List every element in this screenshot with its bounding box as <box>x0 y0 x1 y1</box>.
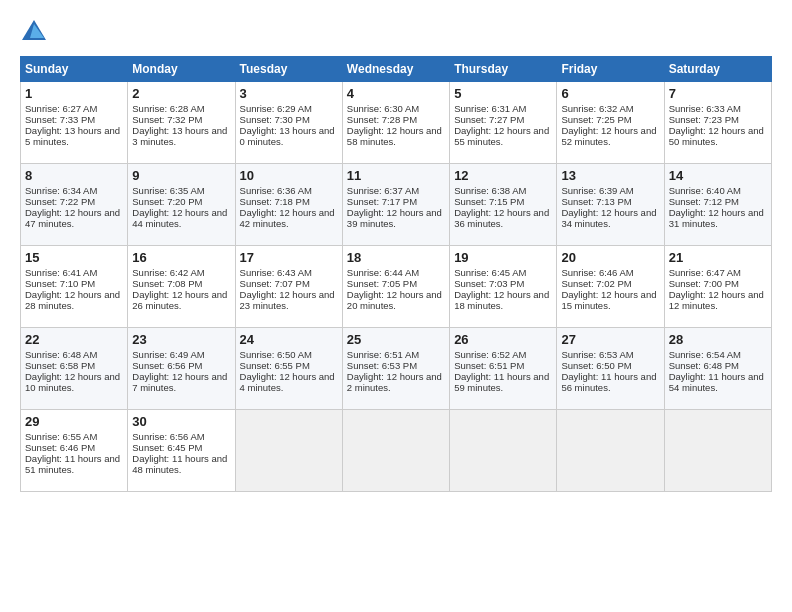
sunset-text: Sunset: 7:15 PM <box>454 196 524 207</box>
calendar-week-row: 22 Sunrise: 6:48 AM Sunset: 6:58 PM Dayl… <box>21 328 772 410</box>
calendar-cell <box>664 410 771 492</box>
sunrise-text: Sunrise: 6:46 AM <box>561 267 633 278</box>
sunrise-text: Sunrise: 6:44 AM <box>347 267 419 278</box>
sunrise-text: Sunrise: 6:48 AM <box>25 349 97 360</box>
weekday-header: Tuesday <box>235 57 342 82</box>
calendar-cell: 4 Sunrise: 6:30 AM Sunset: 7:28 PM Dayli… <box>342 82 449 164</box>
daylight-text: Daylight: 12 hours and 55 minutes. <box>454 125 549 147</box>
daylight-text: Daylight: 12 hours and 2 minutes. <box>347 371 442 393</box>
calendar-cell: 26 Sunrise: 6:52 AM Sunset: 6:51 PM Dayl… <box>450 328 557 410</box>
day-number: 4 <box>347 86 445 101</box>
sunset-text: Sunset: 7:22 PM <box>25 196 95 207</box>
day-number: 26 <box>454 332 552 347</box>
sunset-text: Sunset: 7:12 PM <box>669 196 739 207</box>
weekday-header: Wednesday <box>342 57 449 82</box>
calendar-week-row: 1 Sunrise: 6:27 AM Sunset: 7:33 PM Dayli… <box>21 82 772 164</box>
calendar-cell <box>450 410 557 492</box>
sunset-text: Sunset: 7:03 PM <box>454 278 524 289</box>
sunrise-text: Sunrise: 6:51 AM <box>347 349 419 360</box>
day-number: 16 <box>132 250 230 265</box>
sunrise-text: Sunrise: 6:45 AM <box>454 267 526 278</box>
sunset-text: Sunset: 7:00 PM <box>669 278 739 289</box>
day-number: 6 <box>561 86 659 101</box>
daylight-text: Daylight: 11 hours and 54 minutes. <box>669 371 764 393</box>
daylight-text: Daylight: 12 hours and 36 minutes. <box>454 207 549 229</box>
daylight-text: Daylight: 12 hours and 10 minutes. <box>25 371 120 393</box>
calendar-table: SundayMondayTuesdayWednesdayThursdayFrid… <box>20 56 772 492</box>
sunset-text: Sunset: 6:50 PM <box>561 360 631 371</box>
daylight-text: Daylight: 12 hours and 42 minutes. <box>240 207 335 229</box>
weekday-header: Monday <box>128 57 235 82</box>
sunset-text: Sunset: 6:55 PM <box>240 360 310 371</box>
sunrise-text: Sunrise: 6:29 AM <box>240 103 312 114</box>
header <box>20 18 772 46</box>
day-number: 1 <box>25 86 123 101</box>
sunrise-text: Sunrise: 6:56 AM <box>132 431 204 442</box>
daylight-text: Daylight: 11 hours and 51 minutes. <box>25 453 120 475</box>
daylight-text: Daylight: 11 hours and 56 minutes. <box>561 371 656 393</box>
day-number: 18 <box>347 250 445 265</box>
logo-icon <box>20 18 48 46</box>
daylight-text: Daylight: 12 hours and 39 minutes. <box>347 207 442 229</box>
sunset-text: Sunset: 6:56 PM <box>132 360 202 371</box>
daylight-text: Daylight: 12 hours and 58 minutes. <box>347 125 442 147</box>
sunset-text: Sunset: 6:48 PM <box>669 360 739 371</box>
day-number: 10 <box>240 168 338 183</box>
sunset-text: Sunset: 7:25 PM <box>561 114 631 125</box>
daylight-text: Daylight: 12 hours and 52 minutes. <box>561 125 656 147</box>
day-number: 23 <box>132 332 230 347</box>
calendar-cell: 1 Sunrise: 6:27 AM Sunset: 7:33 PM Dayli… <box>21 82 128 164</box>
sunset-text: Sunset: 7:05 PM <box>347 278 417 289</box>
page: SundayMondayTuesdayWednesdayThursdayFrid… <box>0 0 792 612</box>
calendar-cell: 23 Sunrise: 6:49 AM Sunset: 6:56 PM Dayl… <box>128 328 235 410</box>
daylight-text: Daylight: 13 hours and 5 minutes. <box>25 125 120 147</box>
daylight-text: Daylight: 12 hours and 34 minutes. <box>561 207 656 229</box>
sunrise-text: Sunrise: 6:42 AM <box>132 267 204 278</box>
daylight-text: Daylight: 12 hours and 4 minutes. <box>240 371 335 393</box>
calendar-cell: 16 Sunrise: 6:42 AM Sunset: 7:08 PM Dayl… <box>128 246 235 328</box>
calendar-cell: 22 Sunrise: 6:48 AM Sunset: 6:58 PM Dayl… <box>21 328 128 410</box>
sunset-text: Sunset: 7:28 PM <box>347 114 417 125</box>
calendar-cell: 20 Sunrise: 6:46 AM Sunset: 7:02 PM Dayl… <box>557 246 664 328</box>
calendar-header-row: SundayMondayTuesdayWednesdayThursdayFrid… <box>21 57 772 82</box>
daylight-text: Daylight: 12 hours and 7 minutes. <box>132 371 227 393</box>
logo <box>20 18 52 46</box>
sunrise-text: Sunrise: 6:35 AM <box>132 185 204 196</box>
sunset-text: Sunset: 7:27 PM <box>454 114 524 125</box>
sunset-text: Sunset: 7:33 PM <box>25 114 95 125</box>
sunset-text: Sunset: 7:08 PM <box>132 278 202 289</box>
sunrise-text: Sunrise: 6:49 AM <box>132 349 204 360</box>
calendar-cell: 14 Sunrise: 6:40 AM Sunset: 7:12 PM Dayl… <box>664 164 771 246</box>
day-number: 30 <box>132 414 230 429</box>
sunrise-text: Sunrise: 6:37 AM <box>347 185 419 196</box>
sunrise-text: Sunrise: 6:38 AM <box>454 185 526 196</box>
day-number: 20 <box>561 250 659 265</box>
calendar-cell: 17 Sunrise: 6:43 AM Sunset: 7:07 PM Dayl… <box>235 246 342 328</box>
calendar-cell: 8 Sunrise: 6:34 AM Sunset: 7:22 PM Dayli… <box>21 164 128 246</box>
calendar-cell: 18 Sunrise: 6:44 AM Sunset: 7:05 PM Dayl… <box>342 246 449 328</box>
calendar-cell: 25 Sunrise: 6:51 AM Sunset: 6:53 PM Dayl… <box>342 328 449 410</box>
calendar-cell: 30 Sunrise: 6:56 AM Sunset: 6:45 PM Dayl… <box>128 410 235 492</box>
sunset-text: Sunset: 7:20 PM <box>132 196 202 207</box>
day-number: 27 <box>561 332 659 347</box>
day-number: 7 <box>669 86 767 101</box>
sunset-text: Sunset: 6:58 PM <box>25 360 95 371</box>
calendar-cell: 28 Sunrise: 6:54 AM Sunset: 6:48 PM Dayl… <box>664 328 771 410</box>
calendar-cell: 19 Sunrise: 6:45 AM Sunset: 7:03 PM Dayl… <box>450 246 557 328</box>
sunset-text: Sunset: 6:45 PM <box>132 442 202 453</box>
calendar-cell: 5 Sunrise: 6:31 AM Sunset: 7:27 PM Dayli… <box>450 82 557 164</box>
day-number: 3 <box>240 86 338 101</box>
daylight-text: Daylight: 12 hours and 26 minutes. <box>132 289 227 311</box>
sunrise-text: Sunrise: 6:39 AM <box>561 185 633 196</box>
calendar-cell: 29 Sunrise: 6:55 AM Sunset: 6:46 PM Dayl… <box>21 410 128 492</box>
day-number: 29 <box>25 414 123 429</box>
sunrise-text: Sunrise: 6:30 AM <box>347 103 419 114</box>
sunrise-text: Sunrise: 6:34 AM <box>25 185 97 196</box>
day-number: 8 <box>25 168 123 183</box>
sunrise-text: Sunrise: 6:53 AM <box>561 349 633 360</box>
sunrise-text: Sunrise: 6:55 AM <box>25 431 97 442</box>
weekday-header: Friday <box>557 57 664 82</box>
sunrise-text: Sunrise: 6:43 AM <box>240 267 312 278</box>
sunrise-text: Sunrise: 6:47 AM <box>669 267 741 278</box>
calendar-cell: 21 Sunrise: 6:47 AM Sunset: 7:00 PM Dayl… <box>664 246 771 328</box>
